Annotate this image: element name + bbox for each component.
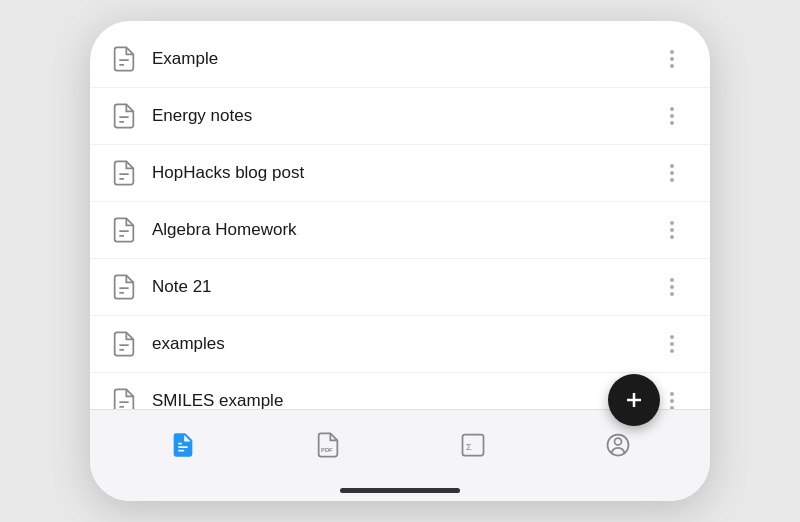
note-title: Energy notes bbox=[152, 106, 658, 126]
note-title: Note 21 bbox=[152, 277, 658, 297]
pdf-tab-icon: PDF bbox=[312, 429, 344, 461]
svg-text:Σ: Σ bbox=[466, 441, 472, 451]
formula-tab-icon: Σ bbox=[457, 429, 489, 461]
document-icon bbox=[110, 387, 138, 409]
home-indicator bbox=[90, 479, 710, 501]
tab-formula[interactable]: Σ bbox=[400, 421, 545, 469]
notes-tab-icon bbox=[167, 429, 199, 461]
new-note-button[interactable] bbox=[608, 374, 660, 426]
more-button[interactable] bbox=[658, 330, 686, 358]
more-button[interactable] bbox=[658, 273, 686, 301]
tab-profile[interactable] bbox=[545, 421, 690, 469]
note-title: HopHacks blog post bbox=[152, 163, 658, 183]
svg-point-20 bbox=[614, 438, 621, 445]
document-icon bbox=[110, 330, 138, 358]
more-button[interactable] bbox=[658, 159, 686, 187]
more-button[interactable] bbox=[658, 387, 686, 409]
list-item[interactable]: examples bbox=[90, 316, 710, 373]
note-title: Example bbox=[152, 49, 658, 69]
list-item[interactable]: Note 21 bbox=[90, 259, 710, 316]
more-button[interactable] bbox=[658, 216, 686, 244]
home-bar bbox=[340, 488, 460, 493]
list-item[interactable]: Algebra Homework bbox=[90, 202, 710, 259]
list-item[interactable]: Energy notes bbox=[90, 88, 710, 145]
list-item[interactable]: Example bbox=[90, 31, 710, 88]
tab-notes[interactable] bbox=[110, 421, 255, 469]
document-icon bbox=[110, 216, 138, 244]
note-title: examples bbox=[152, 334, 658, 354]
note-title: Algebra Homework bbox=[152, 220, 658, 240]
phone-frame: Example Energy notes bbox=[90, 21, 710, 501]
note-title: SMILES example bbox=[152, 391, 658, 409]
svg-text:PDF: PDF bbox=[321, 447, 333, 453]
tab-pdf[interactable]: PDF bbox=[255, 421, 400, 469]
document-icon bbox=[110, 102, 138, 130]
document-icon bbox=[110, 273, 138, 301]
more-button[interactable] bbox=[658, 45, 686, 73]
profile-tab-icon bbox=[602, 429, 634, 461]
document-icon bbox=[110, 45, 138, 73]
document-icon bbox=[110, 159, 138, 187]
list-item[interactable]: HopHacks blog post bbox=[90, 145, 710, 202]
more-button[interactable] bbox=[658, 102, 686, 130]
notes-list: Example Energy notes bbox=[90, 21, 710, 409]
